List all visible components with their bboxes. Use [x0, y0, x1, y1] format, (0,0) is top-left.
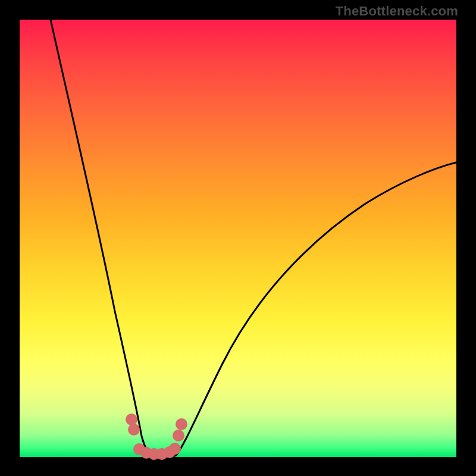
curve-left-branch	[51, 20, 152, 456]
plot-area	[20, 20, 456, 457]
chart-frame: TheBottleneck.com	[0, 0, 476, 476]
marker-dot	[176, 418, 187, 430]
bottleneck-curve	[20, 20, 456, 457]
curve-right-branch	[176, 162, 456, 456]
marker-dot	[169, 443, 181, 455]
marker-group	[126, 414, 187, 460]
marker-dot	[126, 414, 137, 425]
attribution-label: TheBottleneck.com	[336, 4, 458, 19]
marker-dot	[173, 430, 184, 441]
marker-dot	[128, 424, 140, 436]
